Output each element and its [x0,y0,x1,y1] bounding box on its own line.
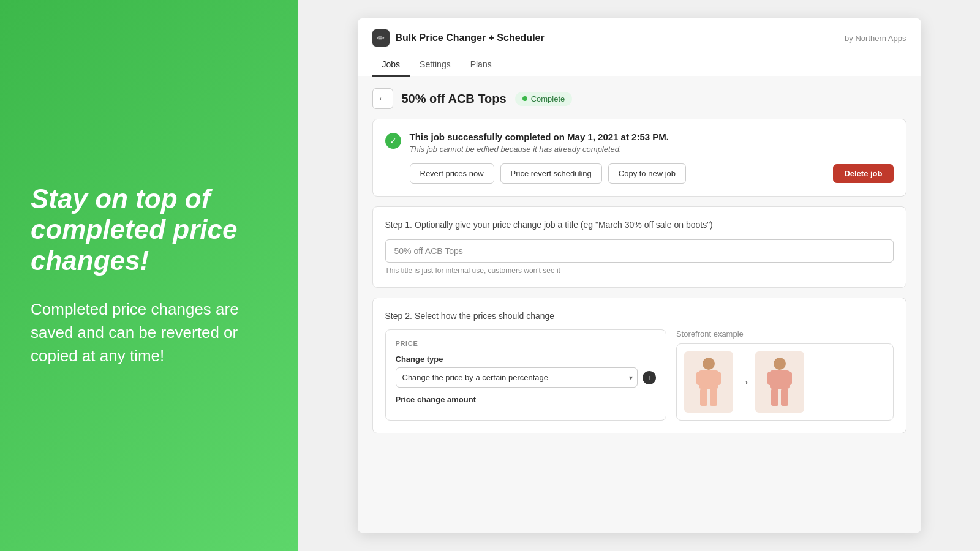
svg-rect-3 [716,372,721,385]
svg-point-0 [703,358,715,370]
tab-plans[interactable]: Plans [461,53,502,77]
success-title: This job successfully completed on May 1… [410,132,894,142]
app-header: ✏ Bulk Price Changer + Scheduler by Nort… [358,18,921,47]
step2-label: Step 2. Select how the prices should cha… [385,310,894,321]
svg-rect-1 [699,370,718,389]
price-box-title: PRICE [396,340,656,347]
storefront-label: Storefront example [676,329,894,339]
job-title-bar: ← 50% off ACB Tops Complete [372,88,907,109]
select-row: Change the price by a certain percentage… [396,367,656,388]
step1-note: This title is just for internal use, cus… [385,266,894,275]
change-type-label: Change type [396,354,656,364]
svg-rect-10 [771,389,778,406]
svg-rect-4 [700,389,707,406]
right-panel: ✏ Bulk Price Changer + Scheduler by Nort… [298,0,980,551]
info-icon[interactable]: i [643,371,656,384]
svg-point-6 [774,358,786,370]
step2-body: PRICE Change type Change the price by a … [385,329,894,421]
svg-rect-5 [710,389,717,406]
job-title-input[interactable] [385,239,894,263]
step2-description: Select how the prices should change [415,311,554,321]
svg-rect-7 [770,370,790,389]
app-window: ✏ Bulk Price Changer + Scheduler by Nort… [358,18,921,533]
app-logo-icon: ✏ [372,29,390,47]
price-revert-scheduling-button[interactable]: Price revert scheduling [500,163,602,184]
back-button[interactable]: ← [372,88,393,109]
action-buttons: Revert prices now Price revert schedulin… [410,163,894,184]
step1-label: Step 1. Optionally give your price chang… [385,219,894,230]
storefront-images: → [676,343,894,421]
nav-tabs: Jobs Settings Plans [358,53,921,76]
tab-settings[interactable]: Settings [410,53,461,77]
revert-prices-button[interactable]: Revert prices now [410,163,494,184]
step1-card: Step 1. Optionally give your price chang… [372,206,907,288]
app-by-label: by Northern Apps [845,34,906,43]
product-image-2 [755,351,804,413]
price-change-amount-label: Price change amount [396,395,656,404]
left-panel: Stay on top of completed price changes! … [0,0,298,551]
storefront-box: Storefront example [676,329,894,421]
job-name: 50% off ACB Tops [402,92,507,106]
success-content: This job successfully completed on May 1… [410,132,894,184]
app-header-left: ✏ Bulk Price Changer + Scheduler [372,29,545,47]
left-headline: Stay on top of completed price changes! [31,184,268,277]
logo-pen-icon: ✏ [377,33,385,43]
copy-to-new-job-button[interactable]: Copy to new job [608,163,686,184]
delete-job-button[interactable]: Delete job [833,164,893,183]
status-dot [522,96,527,101]
step1-description: Optionally give your price change job a … [415,220,713,230]
price-box: PRICE Change type Change the price by a … [385,329,666,421]
app-content: ← 50% off ACB Tops Complete ✓ This job s… [358,76,921,533]
change-type-select[interactable]: Change the price by a certain percentage [396,367,638,388]
svg-rect-2 [696,372,701,385]
svg-rect-9 [787,372,792,385]
svg-rect-8 [767,372,772,385]
status-badge: Complete [515,92,573,106]
arrow-right-icon: → [738,375,750,389]
product-image-1 [684,351,733,413]
status-label: Complete [531,94,565,103]
step2-card: Step 2. Select how the prices should cha… [372,298,907,433]
app-title: Bulk Price Changer + Scheduler [396,32,545,43]
change-type-select-wrapper: Change the price by a certain percentage… [396,367,638,388]
success-card: ✓ This job successfully completed on May… [372,119,907,197]
cannot-edit-note: This job cannot be edited because it has… [410,144,894,154]
tab-jobs[interactable]: Jobs [372,53,410,77]
left-body: Completed price changes are saved and ca… [31,298,268,367]
check-icon: ✓ [385,133,401,149]
svg-rect-11 [781,389,788,406]
